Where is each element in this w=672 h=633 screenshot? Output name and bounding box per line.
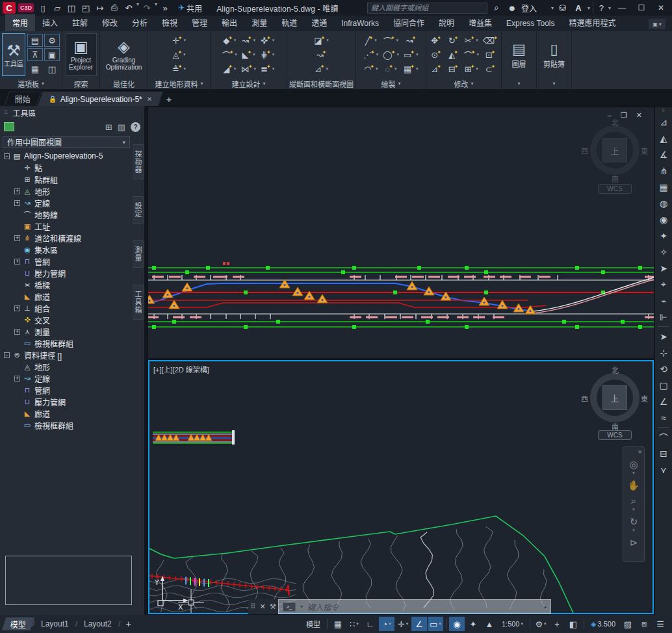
expand-icon[interactable]: + (14, 329, 20, 335)
share-button[interactable]: ✈ 共用 (178, 3, 202, 14)
new-drawing-tab-button[interactable]: + (162, 92, 176, 106)
ribbon-tab-透通[interactable]: 透通 (304, 14, 334, 31)
tree-item-ds-pressure-networks[interactable]: ⊔壓力管網 (1, 396, 133, 407)
toolspace-tab-工具箱[interactable]: 工具箱 (133, 285, 144, 320)
model-space-button[interactable]: 模型 (302, 617, 324, 631)
offset-tool[interactable]: ⊂✦ (482, 62, 499, 75)
annotation-visibility-icon[interactable]: ◉ (449, 617, 465, 631)
feature-line-menu[interactable]: ◢✦▾ (221, 62, 239, 75)
grading-menu[interactable]: ◣✦▾ (240, 48, 257, 61)
new-file-icon[interactable]: ▯ (36, 1, 49, 14)
rectangle-tool[interactable]: ▭✦▾ (402, 48, 420, 61)
toolspace-help-icon[interactable]: ? (131, 122, 140, 132)
search-input[interactable] (367, 3, 487, 14)
command-prompt-icon[interactable]: >_ (283, 602, 296, 612)
palette-grip[interactable]: ⠿ (4, 109, 9, 116)
isodraft-icon[interactable]: ✛▾ (395, 617, 411, 631)
expand-icon[interactable]: + (14, 305, 20, 311)
chevron-down-icon[interactable]: ▾ (300, 604, 303, 610)
move-tool[interactable]: ✥✦ (428, 34, 444, 47)
traverse-menu[interactable]: ≜✦▾ (171, 62, 187, 75)
open-folder-icon[interactable]: ▱ (51, 1, 64, 14)
tree-item-pipe-networks[interactable]: +⊓管網 (1, 255, 133, 267)
clean-screen-icon[interactable]: ⧈ (636, 617, 652, 631)
close-button[interactable]: ✕ (653, 1, 669, 14)
cart-icon[interactable]: ⛁ (556, 1, 569, 14)
angle-list-icon[interactable]: ∠ (656, 393, 671, 409)
panel-label-建立地形資料[interactable]: 建立地形資料▾ (148, 78, 210, 89)
tree-item-surfaces[interactable]: +◬地形 (1, 185, 133, 197)
project-explorer-button[interactable]: ▣Project Explorer (66, 33, 97, 76)
tree-item-ds-corridors[interactable]: ◣廊道 (1, 407, 133, 419)
viewport-top[interactable]: – ❐ ✕ 上 北 南 西 東 WCS (148, 107, 654, 358)
scale-tool[interactable]: ⊟✦ (445, 62, 461, 75)
object-snap-icon[interactable]: ▭▾ (428, 617, 443, 631)
panel-label-選項板[interactable]: 選項板▾ (0, 78, 62, 89)
autodesk-app-icon[interactable]: A (572, 1, 585, 14)
grading-optimization-button[interactable]: ◈Grading Optimization (109, 33, 140, 76)
expand-icon[interactable]: + (14, 235, 20, 241)
panel-label-建立設計[interactable]: 建立設計▾ (211, 78, 287, 89)
toolbox-palette[interactable]: ▣ (44, 48, 60, 61)
command-line-grip[interactable]: ⠿ ✕ ⚒ (248, 599, 278, 614)
panel-label-縱斷面和橫斷面視圖[interactable]: 縱斷面和橫斷面視圖 (287, 78, 355, 89)
ribbon-tab-測量[interactable]: 測量 (244, 14, 274, 31)
command-wrench-icon[interactable]: ⚒ (270, 602, 276, 611)
tree-item-catchments[interactable]: ◉集水區 (1, 244, 133, 255)
tree-item-assemblies[interactable]: +⊥組合 (1, 302, 133, 314)
annotation-scale-value[interactable]: 1:500▾ (498, 617, 527, 631)
search-icon[interactable]: ⌕ (490, 1, 503, 14)
angle-tool-icon[interactable]: ⋔ (656, 162, 671, 179)
panel-label-修改[interactable]: 修改▾ (426, 78, 501, 89)
viewport-bottom-active[interactable]: [+][上][2D 線架構] 上 北 南 西 東 WCS ✕ ◎ ▾ ✋ ⌕ ▾… (148, 360, 654, 614)
print-icon[interactable]: ⎙ (108, 1, 121, 14)
circle-tool[interactable]: ◯✦▾ (381, 48, 400, 61)
intersection-menu[interactable]: ✜✦▾ (259, 34, 276, 47)
toolspace-titlebar[interactable]: ⠿ 工具區 (0, 106, 144, 119)
clipboard-panel-button[interactable]: ▯剪貼簿 (539, 33, 569, 76)
customization-menu-icon[interactable]: ☰ (653, 617, 668, 631)
online-map-globe-icon[interactable]: ◉ (656, 211, 671, 227)
user-icon[interactable]: ☻ (506, 1, 519, 14)
surfaces-menu[interactable]: ◬✦▾ (171, 48, 187, 61)
ribbon-tab-軌道[interactable]: 軌道 (274, 14, 304, 31)
add-point-star-icon[interactable]: ✦ (656, 227, 671, 244)
tree-item-feature-lines[interactable]: ⌒地勢線 (1, 209, 133, 220)
graphics-performance-icon[interactable]: ▧ (620, 617, 636, 631)
select-cursor-icon[interactable]: ➤ (656, 328, 671, 344)
object-snap-tracking-icon[interactable]: ∠ (411, 617, 427, 631)
pipe-network-menu[interactable]: ≣✦▾ (259, 62, 276, 75)
ribbon-display-toggle[interactable]: ▣▾ (649, 19, 666, 29)
tree-item-survey[interactable]: +⋏測量 (1, 326, 133, 337)
ribbon-tab-檢視[interactable]: 檢視 (155, 14, 185, 31)
geolocation-globe-icon[interactable]: ◍ (656, 195, 671, 211)
box-select-icon[interactable]: ▢ (656, 377, 671, 393)
help-dropdown-icon[interactable]: ▾ (608, 5, 611, 11)
parcel-menu[interactable]: ⌒✦▾ (221, 48, 239, 61)
arc-tool[interactable]: ⌒✦▾ (381, 34, 400, 47)
layout-tab-Layout1[interactable]: Layout1 (32, 617, 77, 630)
survey-flag-icon[interactable]: ⊿ (656, 114, 671, 130)
array-tool[interactable]: ⊞✦▾ (463, 62, 480, 75)
qat-more-icon[interactable]: » (159, 1, 172, 14)
tree-item-drawing[interactable]: −▤Align-Superelevation-5 (1, 150, 133, 162)
tree-item-point-groups[interactable]: ⊞點群組 (1, 174, 133, 185)
save-icon[interactable]: ◫ (65, 1, 78, 14)
redo-icon-dropdown[interactable]: ▾ (155, 1, 157, 14)
quick-profile[interactable]: ↝✦ (313, 48, 330, 61)
expand-icon[interactable]: + (14, 259, 20, 265)
polyline-tool[interactable]: ↝✦ (402, 34, 420, 47)
fillet-tool[interactable]: ⌒✦▾ (463, 48, 480, 61)
orbit-icon[interactable]: ⟲ (656, 361, 671, 377)
explode-tool[interactable]: ⊡✦ (482, 48, 499, 61)
protractor-icon[interactable]: ∡ (656, 146, 671, 162)
rotate-tool[interactable]: ↻✦ (445, 34, 461, 47)
tree-item-points[interactable]: ✛點 (1, 162, 133, 174)
toolspace-tab-設定[interactable]: 設定 (133, 196, 144, 224)
ribbon-tab-註解[interactable]: 註解 (65, 14, 95, 31)
ribbon-tab-InfraWorks[interactable]: InfraWorks (334, 16, 386, 31)
command-close-icon[interactable]: ✕ (259, 602, 265, 611)
query-star-icon[interactable]: ⌖ (656, 276, 671, 292)
ribbon-tab-精選應用程式[interactable]: 精選應用程式 (562, 14, 623, 31)
lasso-icon[interactable]: ⌁ (656, 292, 671, 309)
